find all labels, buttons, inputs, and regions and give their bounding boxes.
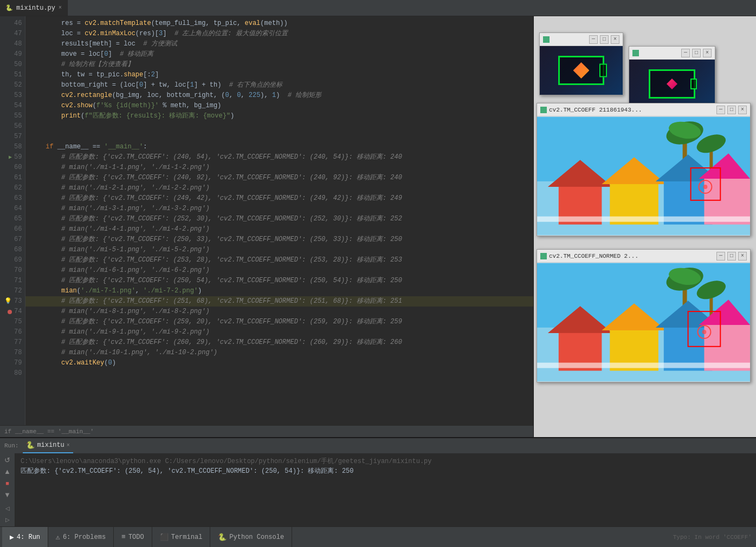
code-line-59: # 匹配参数: {'cv2.TM_CCOEFF': (240, 54), 'cv… [25, 152, 533, 162]
line-num-56: 56 [4, 121, 22, 132]
float-window-1-titlebar: ─ □ × [540, 33, 623, 46]
line-num-59: ▶59 [4, 152, 22, 162]
line-num-79: 79 [4, 358, 22, 368]
float-window-1[interactable]: ─ □ × [539, 32, 623, 95]
code-line-74: # mian('./mi-8-1.png', './mi-8-2.png') [25, 307, 533, 317]
code-line-71: # 匹配参数: {'cv2.TM_CCOEFF': (250, 54), 'cv… [25, 276, 533, 286]
bottom-tab-problems[interactable]: ⚠ 6: Problems [48, 527, 114, 547]
tab-close-btn[interactable]: × [59, 5, 62, 11]
bottom-tab-run[interactable]: ▶ 4: Run [2, 527, 48, 547]
win2-buttons: ─ □ × [681, 49, 712, 57]
float-window-4-content [537, 263, 750, 382]
float-window-3-content [537, 116, 750, 236]
bottom-tabs: ▶ 4: Run ⚠ 6: Problems ≡ TODO ⬛ Terminal… [0, 527, 673, 547]
bottom-tab-terminal[interactable]: ⬛ Terminal [152, 527, 211, 547]
run-tab-mixintu[interactable]: 🐍 mixintu × [23, 438, 73, 453]
line-num-68: 68 [4, 245, 22, 255]
run-panel-header: Run: 🐍 mixintu × [0, 438, 756, 453]
code-line-64: # mian('./mi-3-1.png', './mi-3-2.png') [25, 204, 533, 214]
thumb-image-1 [540, 46, 623, 95]
run-tab-name: mixintu [37, 441, 64, 449]
run-tab-icon: ▶ [10, 533, 14, 542]
line-num-72: 72 [4, 286, 22, 296]
win4-minimize-btn[interactable]: ─ [716, 252, 725, 261]
stop-btn[interactable]: ■ [2, 478, 13, 487]
float-window-3[interactable]: cv2.TM_CCOEFF 211861943... ─ □ × [537, 103, 751, 236]
line-num-58: 58 [4, 142, 22, 152]
typo-text: Typo: In word 'CCOEFF' [673, 534, 752, 541]
code-line-47: loc = cv2.minMaxLoc(res)[3] # 左上角点的位置: 最… [25, 29, 533, 39]
float-window-3-title: cv2.TM_CCOEFF 211861943... [540, 107, 642, 113]
code-line-73: # 匹配参数: {'cv2.TM_CCOEFF': (251, 68), 'cv… [25, 296, 533, 307]
code-line-61: # 匹配参数: {'cv2.TM_CCOEFF': (240, 92), 'cv… [25, 173, 533, 183]
line-num-75: 75 [4, 317, 22, 327]
win3-minimize-btn[interactable]: ─ [716, 106, 725, 114]
code-line-62: # mian('./mi-2-1.png', './mi-2-2.png') [25, 183, 533, 193]
float-window-1-title [543, 36, 550, 43]
code-line-53: cv2.rectangle(bg_img, loc, bottom_right,… [25, 90, 533, 101]
code-line-67: # 匹配参数: {'cv2.TM_CCOEFF': (250, 33), 'cv… [25, 235, 533, 245]
code-line-70: # mian('./mi-6-1.png', './mi-6-2.png') [25, 265, 533, 276]
float-window-4[interactable]: cv2.TM_CCOEFF_NORMED 2... ─ □ × [537, 249, 751, 382]
code-line-60: # mian('./mi-1-1.png', './mi-1-2.png') [25, 162, 533, 173]
line-num-61: 61 [4, 173, 22, 183]
code-line-55: print(f"匹配参数: {results}: 移动距离: {move}") [25, 111, 533, 121]
code-line-49: move = loc[0] # 移动距离 [25, 49, 533, 60]
code-line-50: # 绘制方框【方便查看】 [25, 60, 533, 70]
win2-close-btn[interactable]: × [703, 49, 712, 57]
win3-maximize-btn[interactable]: □ [727, 106, 736, 114]
line-num-65: 65 [4, 214, 22, 224]
scroll-up-btn[interactable]: ▲ [2, 467, 13, 476]
win1-close-btn[interactable]: × [611, 35, 619, 44]
code-line-66: # mian('./mi-4-1.png', './mi-4-2.png') [25, 224, 533, 235]
more-left-btn[interactable]: ◁ [2, 504, 13, 513]
win2-minimize-btn[interactable]: ─ [681, 49, 690, 57]
line-num-69: 69 [4, 255, 22, 265]
svg-rect-15 [537, 217, 750, 222]
more-right-btn[interactable]: ▷ [2, 515, 13, 524]
float-window-3-titlebar: cv2.TM_CCOEFF 211861943... ─ □ × [537, 103, 750, 116]
line-numbers: 46 47 48 49 50 51 52 53 54 55 56 57 58 ▶… [0, 16, 25, 425]
code-area: 46 47 48 49 50 51 52 53 54 55 56 57 58 ▶… [0, 16, 533, 425]
float-window-2-title [632, 50, 639, 56]
win1-minimize-btn[interactable]: ─ [589, 35, 598, 44]
run-tab-close-btn[interactable]: × [67, 442, 70, 448]
code-line-65: # 匹配参数: {'cv2.TM_CCOEFF': (252, 30), 'cv… [25, 214, 533, 224]
line-num-66: 66 [4, 224, 22, 235]
line-num-71: 71 [4, 276, 22, 286]
float-window-4-titlebar: cv2.TM_CCOEFF_NORMED 2... ─ □ × [537, 250, 750, 263]
bottom-tab-todo-label: TODO [128, 533, 144, 541]
win1-maximize-btn[interactable]: □ [600, 35, 609, 44]
house-image-1 [537, 116, 750, 236]
typo-notice: Typo: In word 'CCOEFF' [673, 534, 756, 541]
line-num-67: 67 [4, 235, 22, 245]
win4-close-btn[interactable]: × [738, 252, 747, 261]
win2-maximize-btn[interactable]: □ [692, 49, 701, 57]
right-panel: ─ □ × [534, 16, 756, 437]
line-num-47: 47 [4, 29, 22, 39]
tab-bar: 🐍 mixintu.py × [0, 0, 756, 16]
run-panel-content: ↺ ▲ ■ ▼ ◁ ▷ C:\Users\lenovo\anaconda3\py… [0, 453, 756, 526]
win3-buttons: ─ □ × [716, 106, 747, 114]
line-num-54: 54 [4, 101, 22, 111]
line-num-51: 51 [4, 70, 22, 80]
win3-close-btn[interactable]: × [738, 106, 747, 114]
scroll-down-btn[interactable]: ▼ [2, 490, 13, 499]
puzzle-thumb-1 [540, 46, 623, 95]
house-image-2 [537, 263, 750, 382]
code-content[interactable]: res = cv2.matchTemplate(temp_full_img, t… [25, 16, 533, 425]
code-line-54: cv2.show(f'%s {id(meth)}' % meth, bg_img… [25, 101, 533, 111]
win4-buttons: ─ □ × [716, 252, 747, 261]
status-bar: ▶ 4: Run ⚠ 6: Problems ≡ TODO ⬛ Terminal… [0, 526, 756, 547]
line-num-78: 78 [4, 348, 22, 358]
line-num-77: 77 [4, 337, 22, 348]
win4-maximize-btn[interactable]: □ [727, 252, 736, 261]
float-window-1-content [540, 46, 623, 95]
code-line-48: results[meth] = loc # 方便测试 [25, 39, 533, 49]
puzzle-thumb-2 [629, 60, 715, 108]
rerun-btn[interactable]: ↺ [2, 455, 13, 465]
bottom-tab-python-console[interactable]: 🐍 Python Console [210, 527, 292, 547]
bottom-tab-todo[interactable]: ≡ TODO [114, 527, 152, 547]
file-tab[interactable]: 🐍 mixintu.py × [0, 0, 68, 16]
float-window-2[interactable]: ─ □ × [629, 46, 715, 109]
